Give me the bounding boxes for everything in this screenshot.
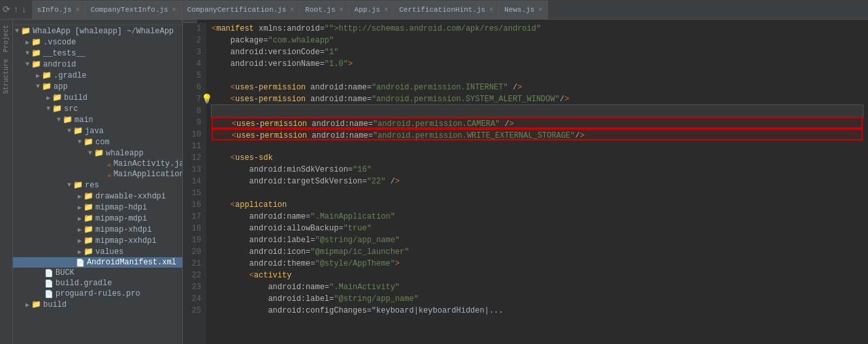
tree-item-buck[interactable]: 📄BUCK [13,268,182,278]
folder-icon: 📁 [31,48,41,58]
tree-item-src[interactable]: ▼📁src [13,103,182,114]
code-line-24[interactable]: android:label="@string/app_name" [212,293,863,305]
line-number-24: 24 [188,293,201,305]
code-line-18[interactable]: android:allowBackup="true" [212,223,863,234]
tree-item-build-gradle[interactable]: 📄build.gradle [13,278,182,289]
code-line-13[interactable]: android:minSdkVersion="16" [212,164,863,176]
editor-tab-6[interactable]: News.js× [499,1,548,19]
tree-item-whaleapp-root[interactable]: ▼📁WhaleApp [whaleapp] ~/WhaleApp [13,25,182,37]
line-number-10: 10 [188,129,201,140]
tree-item-mainapplication[interactable]: ☕MainApplication.java [13,169,182,180]
tree-item-whaleapp-pkg[interactable]: ▼📁whaleapp [13,148,182,159]
editor-tab-3[interactable]: Root.js× [300,1,349,19]
line-number-6: 6 [188,82,201,93]
code-line-15[interactable] [212,187,863,199]
folder-icon: 📁 [94,148,104,158]
tree-label: java [85,127,104,136]
code-line-25[interactable]: android:configChanges="keyboard|keyboard… [212,305,863,317]
code-line-3[interactable]: android:versionCode="1" [212,46,863,58]
tree-label: android [43,60,76,69]
folder-icon: 📁 [84,236,93,245]
tree-arrow: ▶ [76,193,84,200]
code-line-22[interactable]: <activity [212,270,863,281]
line-number-5: 5 [188,70,201,82]
code-line-8[interactable] [212,105,863,117]
tree-item-mipmap-xxhdpi[interactable]: ▶📁mipmap-xxhdpi [13,235,182,246]
tree-item-gradle[interactable]: ▶📁.gradle [13,70,182,81]
code-line-11[interactable] [212,140,863,152]
tree-item-tests[interactable]: ▼📁__tests__ [13,48,182,59]
editor-tab-2[interactable]: CompanyCertification.js× [182,1,300,19]
code-line-4[interactable]: android:versionName="1.0"> [212,58,863,70]
tree-arrow: ▼ [76,138,84,146]
tree-label: res [85,181,99,190]
vtab-structure[interactable]: Structure [1,56,11,97]
tree-label: WhaleApp [whaleapp] ~/WhaleApp [33,27,174,36]
editor-tabs: sInfo.js×CompanyTextInfo.js×CompanyCerti… [32,1,549,19]
code-line-17[interactable]: android:name=".MainApplication" [212,211,863,223]
tree-arrow: ▶ [24,39,31,46]
tree-item-build1[interactable]: ▶📁build [13,92,182,103]
tree-item-android[interactable]: ▼📁android [13,59,182,70]
code-line-19[interactable]: android:label="@string/app_name" [212,234,863,246]
folder-icon: 📁 [31,300,41,309]
tree-label: values [95,247,123,257]
line-number-18: 18 [188,223,201,234]
folder-icon: 📁 [84,213,93,223]
editor-tab-4[interactable]: App.js× [349,1,394,19]
code-line-6[interactable]: <uses-permission android:name="android.p… [212,82,863,93]
folder-icon: 📁 [52,104,62,114]
tree-item-proguard[interactable]: 📄proguard-rules.pro [13,289,182,299]
tree-item-mainactivity[interactable]: ☕MainActivity.java [13,159,182,169]
sync-icon[interactable]: ⟳ [3,4,10,15]
vtab-project[interactable]: Project [1,22,11,55]
code-line-16[interactable]: <application [212,199,863,211]
tree-item-drawable[interactable]: ▶📁drawable-xxhdpi [13,191,182,202]
tree-label: MainActivity.java [114,159,183,168]
folder-icon: 📁 [84,247,93,257]
tree-item-java[interactable]: ▼📁java [13,125,182,136]
line-number-9: 9 [188,117,201,129]
folder-icon: 📁 [73,180,83,190]
code-line-14[interactable]: android:targetSdkVersion="22" /> [212,176,863,187]
code-line-23[interactable]: android:name=".MainActivity" [212,281,863,293]
tree-item-mipmap-hdpi[interactable]: ▶📁mipmap-hdpi [13,202,182,213]
code-line-12[interactable]: <uses-sdk [212,152,863,164]
tab-bar: ⟳ ↑ ↓ sInfo.js×CompanyTextInfo.js×Compan… [0,0,868,20]
line-number-12: 12 [188,152,201,164]
tree-item-res[interactable]: ▼📁res [13,180,182,191]
folder-icon: 📁 [84,191,93,201]
tree-item-main[interactable]: ▼📁main [13,114,182,125]
code-line-2[interactable]: package="com.whaleapp" [212,35,863,46]
code-content[interactable]: <manifest xmlns:android="">http://schema… [206,23,868,344]
code-line-9[interactable]: <uses-permission android:name="android.p… [212,117,863,129]
code-line-5[interactable] [212,70,863,82]
tree-label: .gradle [54,71,86,80]
line-number-2: 2 [188,35,201,46]
editor-tab-0[interactable]: sInfo.js× [32,1,86,19]
arrow-down-icon[interactable]: ↓ [21,5,26,15]
arrow-up-icon[interactable]: ↑ [13,5,18,15]
code-container[interactable]: 1234567891011121314151617181920212223242… [183,23,868,344]
code-line-7[interactable]: 💡 <uses-permission android:name="android… [212,93,863,105]
sidebar-header [13,20,182,25]
tree-arrow: ▼ [65,127,73,134]
editor-tab-1[interactable]: CompanyTextInfo.js× [86,1,182,19]
tree-item-mipmap-mdpi[interactable]: ▶📁mipmap-mdpi [13,213,182,224]
tree-item-build2[interactable]: ▶📁build [13,299,182,310]
code-line-20[interactable]: android:icon="@mipmap/ic_launcher" [212,246,863,258]
code-line-10[interactable]: <uses-permission android:name="android.p… [212,129,863,140]
tree-item-manifest[interactable]: 📄AndroidManifest.xml [13,257,182,268]
tree-arrow: ▶ [76,226,84,234]
tree-item-vscode[interactable]: ▶📁.vscode [13,37,182,48]
line-number-25: 25 [188,305,201,317]
tree-label: proguard-rules.pro [56,289,140,298]
tree-item-com[interactable]: ▼📁com [13,136,182,148]
tree-item-values[interactable]: ▶📁values [13,246,182,257]
code-line-21[interactable]: android:theme="@style/AppTheme"> [212,258,863,270]
tree-item-mipmap-xhdpi[interactable]: ▶📁mipmap-xhdpi [13,224,182,235]
code-line-1[interactable]: <manifest xmlns:android="">http://schema… [212,23,863,35]
editor-tab-5[interactable]: CertificationHint.js× [394,1,499,19]
line-number-4: 4 [188,58,201,70]
tree-item-app[interactable]: ▼📁app [13,81,182,92]
